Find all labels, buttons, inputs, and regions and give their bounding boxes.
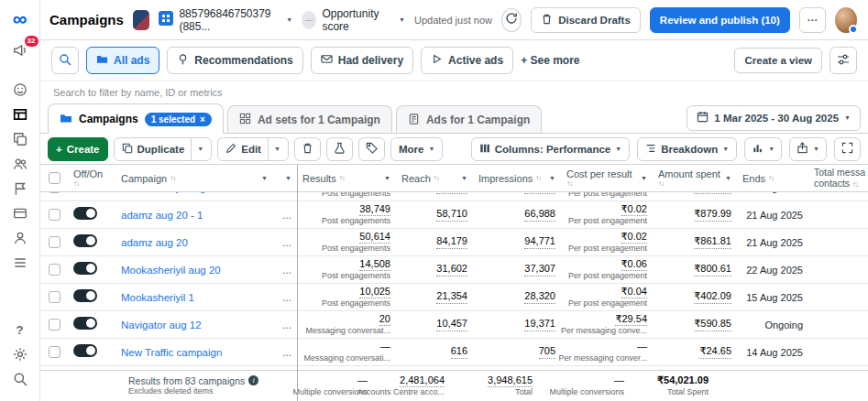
table-row[interactable]: New Traffic campaign ... —Messaging conv…	[40, 339, 868, 366]
tab-ads[interactable]: Ads for 1 Campaign	[396, 105, 542, 133]
campaign-name-link[interactable]: Mookasheriyil aug 2	[121, 192, 268, 193]
user-avatar[interactable]	[835, 7, 857, 33]
filter-chip-recommendations[interactable]: Recommendations	[167, 47, 302, 74]
row-overflow[interactable]: ...	[273, 346, 297, 359]
header-total-contacts[interactable]: Total messa contacts ↑↓	[808, 165, 868, 191]
create-button[interactable]: + Create	[48, 137, 108, 161]
header-cost-per-result[interactable]: Cost per result↑↓ ▼	[561, 165, 653, 191]
date-range-picker[interactable]: 1 Mar 2025 - 30 Aug 2025 ▼	[687, 105, 861, 131]
reports-button[interactable]: ▼	[744, 137, 782, 161]
spent-value[interactable]: ₹402.09	[694, 290, 731, 304]
more-options-button[interactable]: ···	[799, 7, 827, 33]
filter-chip-active-ads[interactable]: Active ads	[421, 47, 513, 74]
more-actions-button[interactable]: More ▼	[390, 137, 443, 161]
close-icon[interactable]: ×	[200, 114, 205, 125]
opportunity-score-selector[interactable]: — Opportunity score ▼	[302, 7, 405, 33]
header-impressions[interactable]: Impressions ↑↓ ▼	[473, 165, 561, 191]
campaign-toggle[interactable]	[73, 289, 97, 302]
campaign-toggle[interactable]	[73, 234, 97, 247]
campaign-name-link[interactable]: Mookasheriyil 1	[121, 292, 268, 303]
ab-test-button[interactable]	[326, 137, 353, 161]
results-value[interactable]: 20	[379, 313, 390, 327]
impressions-value[interactable]: 37,307	[524, 263, 555, 276]
discard-drafts-button[interactable]: Discard Drafts	[531, 7, 641, 33]
campaign-toggle[interactable]	[73, 207, 97, 220]
impressions-value[interactable]: 94,771	[524, 235, 555, 249]
table-row[interactable]: adamz aug 20 ... 50,614Post engagements …	[40, 229, 868, 256]
nav-account-overview[interactable]	[7, 80, 33, 100]
results-value[interactable]: 38,749	[359, 203, 390, 217]
nav-ads-manager[interactable]: 32	[7, 40, 33, 60]
header-campaign[interactable]: Campaign ↑↓ ▼	[115, 165, 273, 191]
row-checkbox[interactable]	[49, 291, 60, 303]
tag-button[interactable]	[358, 137, 385, 161]
cost-value[interactable]: ₹29.54	[615, 313, 647, 327]
see-more-filters-button[interactable]: + See more	[521, 54, 579, 67]
nav-settings[interactable]	[7, 344, 33, 364]
header-overflow[interactable]: ▼	[273, 165, 297, 191]
spent-value[interactable]: ₹861.81	[694, 235, 731, 249]
impressions-total[interactable]: 3,948,615	[488, 374, 533, 388]
reach-value[interactable]: 51,556	[436, 192, 467, 194]
duplicate-button[interactable]: Duplicate ▼	[114, 137, 213, 161]
row-overflow[interactable]: ...	[273, 236, 297, 249]
campaign-name-link[interactable]: adamz aug 20	[121, 237, 268, 248]
cost-value[interactable]: ₹0.02	[621, 203, 647, 217]
results-value[interactable]: 14,508	[359, 258, 390, 272]
cost-value[interactable]: ₹0.06	[621, 258, 647, 272]
nav-all-tools[interactable]	[7, 253, 33, 273]
header-reach[interactable]: Reach ↑↓ ▼	[396, 165, 473, 191]
nav-account-settings[interactable]	[7, 228, 33, 248]
campaign-name-link[interactable]: Navigator aug 12	[121, 320, 268, 331]
table-row[interactable]: Mookasheriyil aug 2 ... 27,303Post engag…	[40, 192, 868, 201]
table-row[interactable]: Mookasheriyil 1 ... 10,025Post engagemen…	[40, 284, 868, 311]
row-overflow[interactable]: ...	[273, 192, 297, 194]
reach-value[interactable]: 21,354	[436, 290, 467, 304]
ad-account-selector[interactable]: 885796846750379 (885... ▼	[159, 7, 292, 33]
tab-campaigns[interactable]: Campaigns 1 selected ×	[48, 103, 224, 134]
header-off-on[interactable]: Off/On↑↓	[68, 165, 115, 191]
breakdown-button[interactable]: Breakdown ▼	[637, 137, 737, 161]
spent-value[interactable]: ₹590.85	[694, 318, 731, 331]
campaign-toggle[interactable]	[73, 344, 97, 357]
table-row[interactable]: Mookasheriyil aug 20 ... 14,508Post enga…	[40, 256, 868, 284]
header-amount-spent[interactable]: Amount spent↑↓ ▼	[653, 165, 737, 191]
duplicate-dropdown[interactable]: ▼	[191, 138, 203, 160]
info-icon[interactable]: i	[248, 375, 258, 385]
review-publish-button[interactable]: Review and publish (10)	[650, 7, 790, 33]
export-button[interactable]: ▼	[789, 137, 827, 161]
campaign-toggle[interactable]	[73, 262, 97, 275]
cost-value[interactable]: ₹0.04	[621, 286, 647, 299]
row-checkbox[interactable]	[49, 192, 60, 193]
spent-value[interactable]: ₹24.65	[699, 345, 731, 359]
campaign-name-link[interactable]: New Traffic campaign	[121, 347, 268, 358]
reach-value[interactable]: 31,602	[436, 263, 467, 276]
impressions-value[interactable]: 28,320	[524, 290, 555, 304]
expand-button[interactable]	[834, 137, 861, 161]
row-checkbox[interactable]	[49, 236, 60, 248]
row-overflow[interactable]: ...	[273, 291, 297, 304]
reach-value[interactable]: 58,710	[436, 208, 467, 222]
campaign-toggle[interactable]	[73, 317, 97, 330]
select-all-checkbox[interactable]	[49, 172, 60, 184]
impressions-value[interactable]: 19,371	[524, 318, 555, 331]
reach-value[interactable]: 616	[451, 345, 467, 359]
nav-audiences[interactable]	[7, 154, 33, 174]
results-value[interactable]: 10,025	[359, 286, 390, 299]
row-checkbox[interactable]	[49, 264, 60, 276]
page-avatar[interactable]	[133, 10, 150, 30]
table-row[interactable]: adamz aug 20 - 1 ... 38,749Post engageme…	[40, 201, 868, 229]
row-overflow[interactable]: ...	[273, 264, 297, 276]
row-checkbox[interactable]	[49, 346, 60, 358]
campaign-name-link[interactable]: adamz aug 20 - 1	[121, 210, 268, 221]
spent-value[interactable]: ₹800.61	[694, 263, 731, 276]
nav-help[interactable]: ?	[7, 320, 33, 340]
nav-ads-reporting[interactable]	[7, 179, 33, 199]
spent-value[interactable]: ₹879.99	[694, 208, 731, 222]
header-results[interactable]: Results ↑↓ ▼	[297, 165, 396, 191]
nav-pages[interactable]	[7, 129, 33, 149]
impressions-value[interactable]: 705	[539, 345, 555, 359]
nav-billing[interactable]	[7, 203, 33, 223]
nav-campaigns[interactable]	[7, 104, 33, 125]
row-overflow[interactable]: ...	[273, 209, 297, 222]
